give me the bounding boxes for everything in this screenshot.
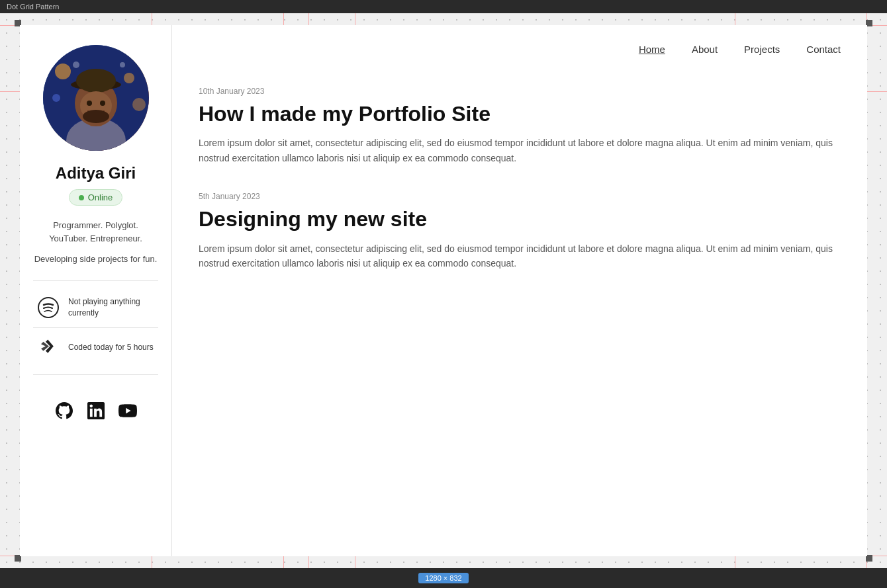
sidebar-divider-1	[33, 280, 158, 281]
nav-about[interactable]: About	[692, 44, 718, 55]
post-2-excerpt: Lorem ipsum dolor sit amet, consectetur …	[199, 241, 841, 271]
nav-contact[interactable]: Contact	[806, 44, 841, 55]
post-2-date: 5th January 2023	[199, 192, 841, 201]
post-item-2: 5th January 2023 Designing my new site L…	[199, 192, 841, 271]
svg-point-3	[52, 94, 60, 102]
status-badge: Online	[69, 189, 123, 206]
navigation: Home About Projects Contact	[172, 25, 867, 73]
status-bar: 1280 × 832	[0, 568, 887, 588]
post-1-excerpt: Lorem ipsum dolor sit amet, consectetur …	[199, 136, 841, 165]
nav-home[interactable]: Home	[639, 44, 665, 55]
content-area: Home About Projects Contact 10th January…	[172, 25, 867, 556]
spotify-activity: Not playing anything currently	[33, 288, 158, 328]
svg-point-14	[100, 101, 105, 106]
avatar-svg	[43, 45, 149, 151]
bio-line-1: Programmer. Polyglot. YouTuber. Entrepre…	[33, 219, 158, 245]
svg-point-13	[87, 101, 92, 106]
website-frame: Aditya Giri Online Programmer. Polyglot.…	[20, 25, 867, 556]
avatar	[43, 45, 149, 151]
vscode-text: Coded today for 5 hours	[68, 342, 154, 353]
svg-point-4	[132, 98, 146, 111]
title-bar-label: Dot Grid Pattern	[7, 3, 59, 11]
sidebar-divider-2	[33, 374, 158, 375]
post-1-date: 10th January 2023	[199, 87, 841, 96]
sidebar: Aditya Giri Online Programmer. Polyglot.…	[20, 25, 172, 556]
spotify-icon	[37, 296, 60, 319]
linkedin-icon[interactable]	[87, 401, 105, 420]
svg-point-5	[73, 62, 79, 68]
svg-point-15	[83, 110, 109, 123]
post-2-title[interactable]: Designing my new site	[199, 206, 841, 231]
spotify-text: Not playing anything currently	[68, 296, 155, 319]
bio-line-2: Developing side projects for fun.	[34, 253, 158, 266]
youtube-icon[interactable]	[118, 401, 137, 420]
github-icon[interactable]	[55, 401, 73, 420]
dimension-badge: 1280 × 832	[418, 573, 468, 583]
svg-point-6	[120, 62, 125, 67]
svg-point-11	[76, 69, 116, 93]
spotify-icon-container	[36, 296, 60, 319]
canvas-area: Aditya Giri Online Programmer. Polyglot.…	[0, 13, 887, 568]
svg-point-2	[124, 73, 134, 83]
nav-projects[interactable]: Projects	[744, 44, 780, 55]
posts-container: 10th January 2023 How I made my Portfoli…	[172, 73, 867, 310]
post-1-title[interactable]: How I made my Portfolio Site	[199, 101, 841, 126]
vscode-activity: Coded today for 5 hours	[33, 328, 158, 368]
status-dot	[79, 195, 84, 200]
svg-point-1	[55, 63, 71, 79]
status-text: Online	[88, 192, 113, 202]
social-links	[55, 401, 137, 420]
vscode-icon	[38, 337, 59, 358]
post-item-1: 10th January 2023 How I made my Portfoli…	[199, 87, 841, 165]
user-name: Aditya Giri	[56, 164, 136, 183]
vscode-icon-container	[36, 336, 60, 360]
title-bar: Dot Grid Pattern	[0, 0, 887, 13]
